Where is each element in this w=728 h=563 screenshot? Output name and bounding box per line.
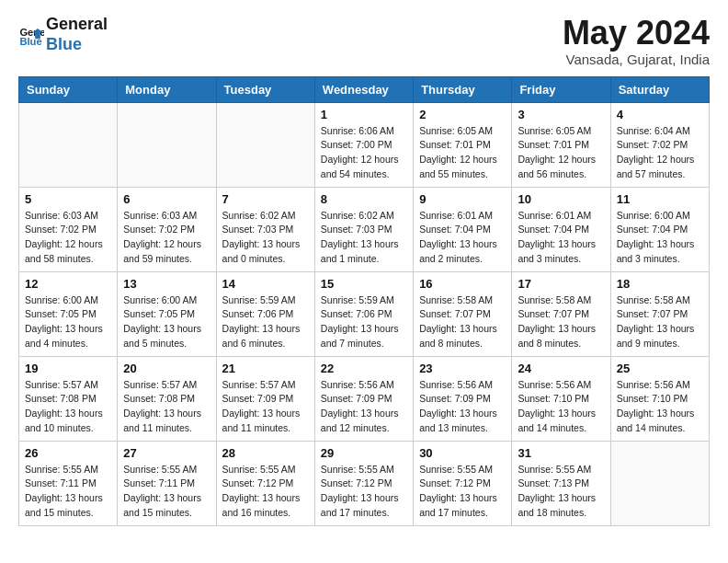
day-info: Sunrise: 5:56 AMSunset: 7:10 PMDaylight:… — [518, 378, 604, 436]
logo-text: General Blue — [46, 15, 108, 54]
day-number: 3 — [518, 108, 604, 121]
day-cell: 23Sunrise: 5:56 AMSunset: 7:09 PMDayligh… — [414, 356, 512, 441]
weekday-header-wednesday: Wednesday — [314, 76, 413, 102]
day-cell: 2Sunrise: 6:05 AMSunset: 7:01 PMDaylight… — [414, 102, 512, 187]
day-cell: 26Sunrise: 5:55 AMSunset: 7:11 PMDayligh… — [19, 441, 118, 525]
header: General Blue General Blue May 2024 Vansa… — [18, 15, 710, 67]
day-number: 13 — [123, 277, 210, 291]
day-info: Sunrise: 6:04 AMSunset: 7:02 PMDaylight:… — [617, 124, 703, 182]
day-number: 11 — [617, 192, 703, 206]
weekday-header-sunday: Sunday — [19, 76, 118, 102]
day-cell: 29Sunrise: 5:55 AMSunset: 7:12 PMDayligh… — [314, 441, 413, 525]
day-number: 17 — [518, 277, 604, 291]
day-number: 9 — [419, 192, 506, 206]
day-number: 27 — [123, 446, 210, 460]
day-cell: 10Sunrise: 6:01 AMSunset: 7:04 PMDayligh… — [512, 187, 610, 271]
weekday-header-thursday: Thursday — [414, 76, 512, 102]
weekday-header-monday: Monday — [118, 76, 216, 102]
logo-icon: General Blue — [18, 22, 44, 48]
day-info: Sunrise: 6:01 AMSunset: 7:04 PMDaylight:… — [518, 209, 604, 267]
day-number: 16 — [419, 277, 506, 291]
day-cell: 25Sunrise: 5:56 AMSunset: 7:10 PMDayligh… — [610, 356, 709, 441]
day-cell: 27Sunrise: 5:55 AMSunset: 7:11 PMDayligh… — [118, 441, 216, 525]
week-row-3: 12Sunrise: 6:00 AMSunset: 7:05 PMDayligh… — [19, 271, 710, 356]
day-number: 25 — [617, 362, 703, 375]
day-info: Sunrise: 6:05 AMSunset: 7:01 PMDaylight:… — [419, 124, 506, 182]
day-info: Sunrise: 5:55 AMSunset: 7:11 PMDaylight:… — [123, 463, 210, 521]
day-info: Sunrise: 5:55 AMSunset: 7:12 PMDaylight:… — [419, 463, 506, 521]
day-cell: 24Sunrise: 5:56 AMSunset: 7:10 PMDayligh… — [512, 356, 610, 441]
day-cell: 31Sunrise: 5:55 AMSunset: 7:13 PMDayligh… — [512, 441, 610, 525]
day-info: Sunrise: 6:02 AMSunset: 7:03 PMDaylight:… — [222, 209, 309, 267]
day-info: Sunrise: 5:56 AMSunset: 7:10 PMDaylight:… — [617, 378, 703, 436]
day-cell: 19Sunrise: 5:57 AMSunset: 7:08 PMDayligh… — [19, 356, 118, 441]
day-number: 26 — [25, 446, 111, 460]
week-row-1: 1Sunrise: 6:06 AMSunset: 7:00 PMDaylight… — [19, 102, 710, 187]
day-number: 5 — [25, 192, 111, 206]
day-cell: 15Sunrise: 5:59 AMSunset: 7:06 PMDayligh… — [314, 271, 413, 356]
day-info: Sunrise: 6:00 AMSunset: 7:05 PMDaylight:… — [25, 293, 111, 351]
day-info: Sunrise: 5:55 AMSunset: 7:11 PMDaylight:… — [25, 463, 111, 521]
weekday-header-saturday: Saturday — [610, 76, 709, 102]
day-info: Sunrise: 5:56 AMSunset: 7:09 PMDaylight:… — [321, 378, 407, 436]
day-info: Sunrise: 6:05 AMSunset: 7:01 PMDaylight:… — [518, 124, 604, 182]
day-number: 31 — [518, 446, 604, 460]
day-number: 21 — [222, 362, 309, 375]
logo: General Blue General Blue — [18, 15, 108, 54]
day-info: Sunrise: 6:02 AMSunset: 7:03 PMDaylight:… — [321, 209, 407, 267]
day-number: 14 — [222, 277, 309, 291]
day-number: 4 — [617, 108, 703, 121]
day-info: Sunrise: 5:57 AMSunset: 7:08 PMDaylight:… — [123, 378, 210, 436]
week-row-2: 5Sunrise: 6:03 AMSunset: 7:02 PMDaylight… — [19, 187, 710, 271]
day-cell — [118, 102, 216, 187]
calendar-table: SundayMondayTuesdayWednesdayThursdayFrid… — [18, 76, 710, 526]
day-cell: 11Sunrise: 6:00 AMSunset: 7:04 PMDayligh… — [610, 187, 709, 271]
month-title: May 2024 — [563, 15, 710, 52]
day-number: 28 — [222, 446, 309, 460]
day-number: 2 — [419, 108, 506, 121]
day-info: Sunrise: 6:00 AMSunset: 7:04 PMDaylight:… — [617, 209, 703, 267]
day-cell: 7Sunrise: 6:02 AMSunset: 7:03 PMDaylight… — [216, 187, 314, 271]
day-cell: 30Sunrise: 5:55 AMSunset: 7:12 PMDayligh… — [414, 441, 512, 525]
day-info: Sunrise: 5:55 AMSunset: 7:12 PMDaylight:… — [321, 463, 407, 521]
day-number: 18 — [617, 277, 703, 291]
day-cell — [610, 441, 709, 525]
day-cell: 21Sunrise: 5:57 AMSunset: 7:09 PMDayligh… — [216, 356, 314, 441]
day-cell: 1Sunrise: 6:06 AMSunset: 7:00 PMDaylight… — [314, 102, 413, 187]
day-info: Sunrise: 6:03 AMSunset: 7:02 PMDaylight:… — [25, 209, 111, 267]
day-number: 6 — [123, 192, 210, 206]
day-cell: 14Sunrise: 5:59 AMSunset: 7:06 PMDayligh… — [216, 271, 314, 356]
day-info: Sunrise: 6:03 AMSunset: 7:02 PMDaylight:… — [123, 209, 210, 267]
day-number: 15 — [321, 277, 407, 291]
day-info: Sunrise: 5:59 AMSunset: 7:06 PMDaylight:… — [222, 293, 309, 351]
weekday-header-friday: Friday — [512, 76, 610, 102]
day-info: Sunrise: 5:56 AMSunset: 7:09 PMDaylight:… — [419, 378, 506, 436]
day-info: Sunrise: 6:06 AMSunset: 7:00 PMDaylight:… — [321, 124, 407, 182]
day-cell: 6Sunrise: 6:03 AMSunset: 7:02 PMDaylight… — [118, 187, 216, 271]
day-number: 30 — [419, 446, 506, 460]
svg-text:Blue: Blue — [19, 36, 41, 47]
day-cell: 9Sunrise: 6:01 AMSunset: 7:04 PMDaylight… — [414, 187, 512, 271]
week-row-4: 19Sunrise: 5:57 AMSunset: 7:08 PMDayligh… — [19, 356, 710, 441]
day-cell: 5Sunrise: 6:03 AMSunset: 7:02 PMDaylight… — [19, 187, 118, 271]
day-cell: 16Sunrise: 5:58 AMSunset: 7:07 PMDayligh… — [414, 271, 512, 356]
day-number: 1 — [321, 108, 407, 121]
day-info: Sunrise: 5:57 AMSunset: 7:09 PMDaylight:… — [222, 378, 309, 436]
weekday-header-row: SundayMondayTuesdayWednesdayThursdayFrid… — [19, 76, 710, 102]
day-number: 23 — [419, 362, 506, 375]
page: General Blue General Blue May 2024 Vansa… — [0, 0, 728, 545]
day-info: Sunrise: 6:01 AMSunset: 7:04 PMDaylight:… — [419, 209, 506, 267]
day-cell: 20Sunrise: 5:57 AMSunset: 7:08 PMDayligh… — [118, 356, 216, 441]
day-cell: 28Sunrise: 5:55 AMSunset: 7:12 PMDayligh… — [216, 441, 314, 525]
day-cell — [19, 102, 118, 187]
day-info: Sunrise: 5:55 AMSunset: 7:12 PMDaylight:… — [222, 463, 309, 521]
day-number: 10 — [518, 192, 604, 206]
day-number: 24 — [518, 362, 604, 375]
day-info: Sunrise: 6:00 AMSunset: 7:05 PMDaylight:… — [123, 293, 210, 351]
day-cell: 17Sunrise: 5:58 AMSunset: 7:07 PMDayligh… — [512, 271, 610, 356]
day-info: Sunrise: 5:55 AMSunset: 7:13 PMDaylight:… — [518, 463, 604, 521]
day-cell: 4Sunrise: 6:04 AMSunset: 7:02 PMDaylight… — [610, 102, 709, 187]
title-block: May 2024 Vansada, Gujarat, India — [563, 15, 710, 67]
day-cell: 13Sunrise: 6:00 AMSunset: 7:05 PMDayligh… — [118, 271, 216, 356]
day-info: Sunrise: 5:57 AMSunset: 7:08 PMDaylight:… — [25, 378, 111, 436]
